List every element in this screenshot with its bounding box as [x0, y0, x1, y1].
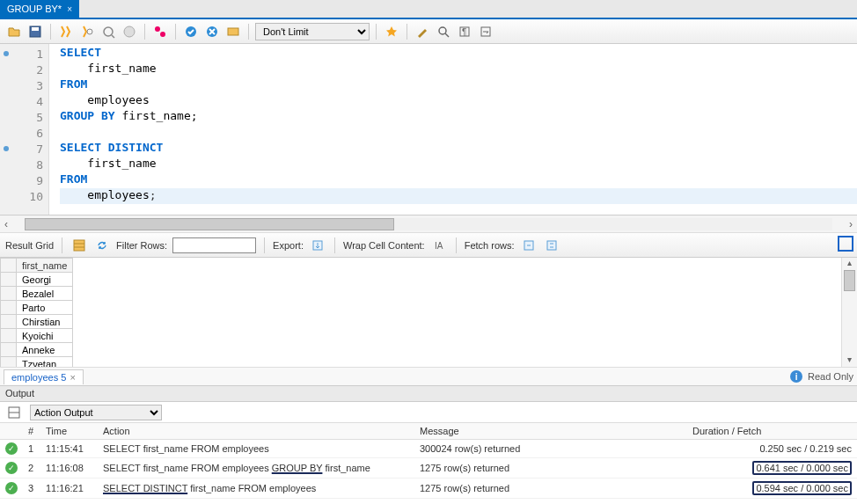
- code-line[interactable]: FROM: [60, 172, 857, 188]
- autocommit-on-icon[interactable]: [182, 23, 200, 40]
- fetch-all-icon[interactable]: [543, 237, 560, 254]
- wrap-cell-icon[interactable]: IA: [430, 237, 448, 254]
- output-type-select[interactable]: Action Output: [30, 405, 162, 420]
- grid-vscroll[interactable]: ▴ ▾: [841, 258, 857, 367]
- code-line[interactable]: [60, 125, 857, 141]
- editor-hscroll[interactable]: ‹ ›: [0, 215, 857, 233]
- cell-first-name[interactable]: Parto: [17, 301, 73, 315]
- cell-first-name[interactable]: Chirstian: [17, 315, 73, 329]
- fetch-next-icon[interactable]: [520, 237, 538, 254]
- filter-rows-label: Filter Rows:: [116, 240, 167, 251]
- output-row[interactable]: ✓111:15:41SELECT first_name FROM employe…: [0, 440, 857, 458]
- scroll-down-icon[interactable]: ▾: [842, 354, 857, 367]
- code-line[interactable]: employees: [60, 93, 857, 109]
- cell-first-name[interactable]: Anneke: [17, 343, 73, 357]
- svg-rect-22: [547, 241, 556, 250]
- row-action: SELECT first_name FROM employees: [98, 440, 414, 458]
- stop-icon[interactable]: [121, 23, 138, 40]
- table-row[interactable]: Kyoichi: [1, 329, 73, 343]
- query-tab[interactable]: GROUP BY* ×: [0, 0, 79, 18]
- gutter-line: 5: [0, 109, 48, 125]
- gutter-line: 1: [0, 46, 48, 62]
- vscroll-thumb[interactable]: [844, 270, 855, 291]
- result-table[interactable]: first_name GeorgiBezalelPartoChirstianKy…: [0, 258, 841, 367]
- row-message: 300024 row(s) returned: [414, 440, 687, 458]
- result-toolbar: Result Grid Filter Rows: Export: Wrap Ce…: [0, 233, 857, 258]
- svg-point-11: [439, 27, 446, 34]
- close-icon[interactable]: ×: [67, 4, 72, 14]
- explain-icon[interactable]: [99, 23, 117, 40]
- row-action: SELECT first_name FROM employees GROUP B…: [98, 458, 414, 478]
- code-line[interactable]: first_name: [60, 62, 857, 77]
- refresh-icon[interactable]: [93, 237, 111, 254]
- output-row[interactable]: ✓311:16:21SELECT DISTINCT first_name FRO…: [0, 478, 857, 499]
- cell-first-name[interactable]: Bezalel: [17, 287, 73, 301]
- open-file-icon[interactable]: [5, 23, 23, 40]
- output-toolbar: Action Output: [0, 402, 857, 423]
- table-row[interactable]: Parto: [1, 301, 73, 315]
- autocommit-off-icon[interactable]: [203, 23, 221, 40]
- table-row[interactable]: Bezalel: [1, 287, 73, 301]
- result-tab-bar: employees 5 × i Read Only: [0, 367, 857, 386]
- svg-rect-16: [74, 240, 84, 251]
- sql-editor[interactable]: 12345678910 SELECT first_nameFROM employ…: [0, 44, 857, 215]
- execute-icon[interactable]: [57, 23, 75, 40]
- hscroll-thumb[interactable]: [25, 218, 394, 230]
- table-row[interactable]: Georgi: [1, 273, 73, 287]
- favorite-icon[interactable]: [383, 23, 400, 40]
- hscroll-track[interactable]: [25, 218, 832, 230]
- status-ok-icon: ✓: [5, 442, 18, 455]
- find-icon[interactable]: [435, 23, 452, 40]
- code-line[interactable]: SELECT DISTINCT: [60, 141, 857, 157]
- scroll-left-icon[interactable]: ‹: [0, 218, 12, 230]
- row-duration: 0.594 sec / 0.000 sec: [687, 478, 857, 499]
- table-row[interactable]: Tzvetan: [1, 357, 73, 368]
- cell-first-name[interactable]: Georgi: [17, 273, 73, 287]
- wrap-icon[interactable]: [477, 23, 494, 40]
- code-line[interactable]: FROM: [60, 77, 857, 93]
- code-line[interactable]: first_name: [60, 157, 857, 172]
- export-icon[interactable]: [309, 237, 326, 254]
- beautify-icon[interactable]: [414, 23, 431, 40]
- code-line[interactable]: employees;: [60, 188, 857, 204]
- svg-point-7: [160, 32, 165, 37]
- svg-line-4: [112, 35, 114, 38]
- commit-icon[interactable]: [151, 23, 169, 40]
- toggle-icon[interactable]: [224, 23, 242, 40]
- svg-point-2: [87, 29, 92, 34]
- gutter-line: 7: [0, 141, 48, 157]
- column-header-first-name[interactable]: first_name: [17, 259, 73, 273]
- cell-first-name[interactable]: Kyoichi: [17, 329, 73, 343]
- row-message: 1275 row(s) returned: [414, 478, 687, 499]
- filter-rows-input[interactable]: [172, 237, 256, 253]
- output-log: # Time Action Message Duration / Fetch ✓…: [0, 423, 857, 504]
- execute-current-icon[interactable]: [78, 23, 96, 40]
- svg-point-6: [155, 26, 160, 32]
- toggle-invisible-icon[interactable]: ¶: [456, 23, 473, 40]
- code-area[interactable]: SELECT first_nameFROM employeesGROUP BY …: [49, 44, 857, 215]
- editor-toolbar: Don't Limit ¶: [0, 19, 857, 44]
- gutter-line: 2: [0, 62, 48, 77]
- limit-rows-select[interactable]: Don't Limit: [255, 23, 370, 40]
- code-line[interactable]: SELECT: [60, 46, 857, 62]
- output-row[interactable]: ✓211:16:08SELECT first_name FROM employe…: [0, 458, 857, 478]
- grid-view-icon[interactable]: [70, 237, 88, 254]
- gutter-line: 9: [0, 172, 48, 188]
- side-panel-toggle[interactable]: [838, 236, 853, 252]
- close-icon[interactable]: ×: [70, 372, 75, 383]
- svg-text:¶: ¶: [462, 27, 466, 37]
- row-header: [1, 329, 17, 343]
- table-row[interactable]: Anneke: [1, 343, 73, 357]
- statement-marker-icon: [4, 146, 9, 151]
- result-tab[interactable]: employees 5 ×: [4, 369, 84, 384]
- code-line[interactable]: GROUP BY first_name;: [60, 109, 857, 125]
- row-duration: 0.250 sec / 0.219 sec: [687, 440, 857, 458]
- table-row[interactable]: Chirstian: [1, 315, 73, 329]
- scroll-right-icon[interactable]: ›: [845, 218, 857, 230]
- output-panel-icon[interactable]: [5, 404, 23, 421]
- cell-first-name[interactable]: Tzvetan: [17, 357, 73, 368]
- gutter-line: 4: [0, 93, 48, 109]
- scroll-up-icon[interactable]: ▴: [842, 258, 857, 270]
- save-file-icon[interactable]: [26, 23, 44, 40]
- row-action: SELECT DISTINCT first_name FROM employee…: [98, 478, 414, 499]
